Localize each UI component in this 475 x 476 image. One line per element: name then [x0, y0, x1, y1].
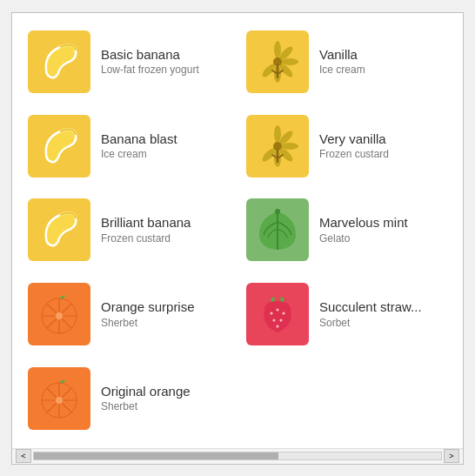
item-sub: Ice cream	[319, 63, 365, 77]
list-item[interactable]: Original orange Sherbet	[19, 359, 238, 439]
item-name: Orange surprise	[101, 298, 195, 316]
item-sub: Gelato	[319, 231, 408, 246]
item-icon-orange-surprise	[28, 283, 90, 345]
svg-point-43	[56, 397, 63, 404]
scroll-track	[33, 452, 442, 460]
list-item[interactable]: Vanilla Ice cream	[238, 22, 456, 103]
item-sub: Sherbet	[101, 399, 191, 414]
item-icon-banana-blast	[28, 115, 90, 178]
list-item[interactable]: Succulent straw... Sorbet	[238, 274, 456, 355]
item-text-vanilla: Vanilla Ice cream	[319, 46, 365, 77]
svg-point-34	[273, 319, 276, 322]
item-text-banana-blast: Banana blast Ice cream	[101, 131, 177, 162]
item-icon-brilliant-banana	[28, 198, 90, 261]
item-name: Brilliant banana	[101, 214, 191, 231]
item-icon-vanilla	[246, 30, 309, 93]
list-item[interactable]: Brilliant banana Frozen custard	[19, 190, 238, 271]
item-name: Basic banana	[101, 46, 199, 64]
item-text-marvelous-mint: Marvelous mint Gelato	[319, 214, 408, 245]
item-text-basic-banana: Basic banana Low-fat frozen yogurt	[101, 46, 199, 77]
list-item[interactable]: Basic banana Low-fat frozen yogurt	[19, 22, 238, 103]
item-sub: Sherbet	[101, 316, 195, 331]
item-text-very-vanilla: Very vanilla Frozen custard	[319, 131, 389, 162]
item-name: Original orange	[101, 383, 191, 400]
item-icon-original-orange	[28, 367, 90, 430]
item-sub: Frozen custard	[319, 147, 389, 162]
item-sub: Low-fat frozen yogurt	[101, 63, 199, 77]
item-name: Vanilla	[319, 46, 365, 64]
svg-point-35	[280, 319, 283, 322]
item-icon-basic-banana	[28, 30, 90, 93]
scroll-thumb	[34, 453, 278, 459]
items-grid: Basic banana Low-fat frozen yogurt Vanil…	[12, 13, 463, 448]
item-icon-very-vanilla	[246, 115, 309, 178]
svg-point-31	[271, 312, 273, 315]
scroll-right-button[interactable]: >	[444, 449, 459, 463]
svg-point-30	[56, 312, 63, 319]
item-text-brilliant-banana: Brilliant banana Frozen custard	[101, 214, 191, 245]
list-item[interactable]: Orange surprise Sherbet	[19, 274, 238, 355]
item-icon-marvelous-mint	[246, 198, 309, 261]
svg-point-14	[281, 143, 298, 150]
main-container: Basic banana Low-fat frozen yogurt Vanil…	[11, 12, 464, 465]
item-text-succulent-strawberry: Succulent straw... Sorbet	[319, 298, 422, 330]
list-item[interactable]: Very vanilla Frozen custard	[238, 105, 456, 186]
scrollbar: < >	[12, 448, 463, 464]
svg-point-23	[275, 209, 280, 214]
item-sub: Ice cream	[101, 147, 177, 162]
svg-point-33	[283, 312, 285, 315]
item-name: Banana blast	[101, 131, 177, 148]
item-name: Marvelous mint	[319, 214, 408, 231]
item-sub: Sorbet	[319, 316, 422, 331]
svg-point-12	[274, 125, 281, 143]
item-name: Succulent straw...	[319, 298, 422, 316]
list-item[interactable]: Marvelous mint Gelato	[238, 190, 456, 271]
item-sub: Frozen custard	[101, 231, 191, 246]
item-text-orange-surprise: Orange surprise Sherbet	[101, 298, 195, 330]
item-name: Very vanilla	[319, 131, 389, 148]
item-text-original-orange: Original orange Sherbet	[101, 383, 191, 414]
scroll-left-button[interactable]: <	[16, 449, 31, 463]
svg-point-32	[277, 309, 279, 312]
svg-point-36	[277, 325, 279, 328]
list-item[interactable]: Banana blast Ice cream	[19, 105, 238, 186]
svg-point-3	[281, 58, 298, 65]
item-icon-succulent-strawberry	[246, 283, 309, 345]
svg-point-1	[274, 41, 281, 58]
